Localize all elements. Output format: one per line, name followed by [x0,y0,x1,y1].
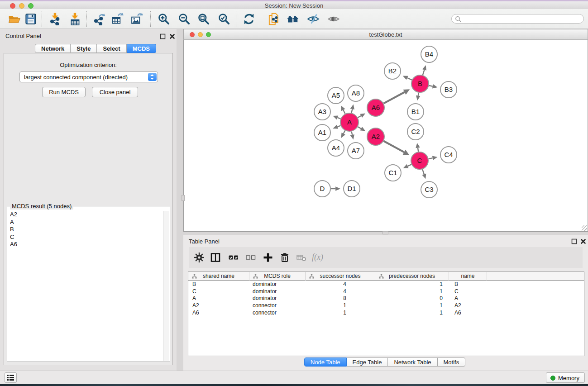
table-row[interactable]: C dominator 4 1 C [188,288,584,295]
zoom-in-button[interactable] [158,13,170,25]
graph-edge-A-A2[interactable] [358,127,361,129]
table-row[interactable]: A2 connector 1 1 A2 [188,302,584,310]
graph-node-label-A2: A2 [372,133,380,140]
cell-name: A [449,295,487,302]
zoom-in-icon [158,13,170,25]
close-panel-icon[interactable] [169,33,175,39]
table-close-panel-icon[interactable] [580,238,586,244]
export-image-button[interactable] [131,13,143,25]
table-float-panel-icon[interactable] [571,238,577,244]
graph-edge-A2-C[interactable] [384,141,404,152]
search-input[interactable] [464,15,581,23]
network-canvas[interactable]: A5A8A3A1A4A7AA6A2BB2B4B3B1C2CC4C1C3DD1 [183,40,588,232]
duplicate-network-button[interactable] [267,13,280,25]
open-session-button[interactable] [8,13,21,25]
show-log-button[interactable] [5,372,17,383]
bottom-divider-grip[interactable] [382,231,388,234]
graph-edge-C-C4[interactable] [429,158,433,159]
graph-edge-C-C3[interactable] [422,169,424,174]
graph-edge-B-B1[interactable] [418,93,419,96]
home-view-button[interactable] [287,13,299,25]
cell-successor-nodes: 1 [306,310,375,317]
graph-edge-arrowhead [416,95,420,100]
column-header-predecessor-nodes[interactable]: predecessor nodes [375,272,449,281]
tab-network-table[interactable]: Network Table [388,357,437,367]
graph-edge-C-C2[interactable] [418,148,418,152]
graph-edge-A-A5[interactable] [343,110,345,114]
criterion-dropdown[interactable]: largest connected component (directed) [19,71,158,82]
graph-node-label-A3: A3 [318,108,326,115]
delete-table-icon [296,252,307,263]
result-item[interactable]: A [10,219,163,226]
run-mcds-button[interactable]: Run MCDS [42,87,86,97]
tab-mcds[interactable]: MCDS [127,44,156,53]
result-item[interactable]: A2 [10,211,163,219]
column-settings-button[interactable] [194,252,205,263]
export-table-button[interactable] [111,13,124,25]
table-row[interactable]: B dominator 4 1 B [188,281,584,288]
tab-network[interactable]: Network [35,44,71,53]
float-panel-icon[interactable] [160,33,166,39]
select-all-rows-button[interactable] [228,252,239,263]
delete-column-button[interactable] [279,252,290,263]
zoom-selected-button[interactable] [218,13,230,25]
zoom-out-button[interactable] [178,13,191,25]
tab-node-table[interactable]: Node Table [304,357,347,367]
left-divider-grip[interactable] [182,195,185,201]
show-column-panel-button[interactable] [210,252,221,263]
save-session-button[interactable] [24,13,37,25]
trash-icon [279,252,290,263]
column-header-shared-name[interactable]: shared name [188,272,249,281]
tab-style[interactable]: Style [71,44,97,53]
refresh-view-button[interactable] [243,13,255,25]
graph-edge-A-A7[interactable] [352,131,353,134]
import-network-button[interactable] [49,13,62,25]
memory-button[interactable]: Memory [546,372,585,383]
result-scrollbar[interactable] [163,211,169,361]
plus-icon [263,252,273,263]
column-header-mcds-role[interactable]: MCDS role [249,272,306,281]
column-header-label: predecessor nodes [389,273,435,279]
export-network-button[interactable] [93,13,106,25]
graph-edge-A6-B[interactable] [384,92,405,104]
mcds-panel: Optimization criterion: largest connecte… [4,53,173,365]
tab-motifs[interactable]: Motifs [438,357,466,367]
table-row[interactable]: A dominator 8 0 A [188,295,584,302]
function-builder-button[interactable]: f(x) [312,253,323,262]
zoom-fit-button[interactable] [197,13,210,25]
show-graphics-details-button[interactable] [327,13,340,25]
graph-edge-A-A3[interactable] [338,118,341,119]
graph-edge-A-A4[interactable] [344,131,345,134]
table-row[interactable]: A6 connector 1 1 A6 [188,310,584,317]
network-graph: A5A8A3A1A4A7AA6A2BB2B4B3B1C2CC4C1C3DD1 [184,40,588,231]
graph-edge-B-B2[interactable] [407,78,412,80]
close-panel-button[interactable]: Close panel [92,87,138,97]
import-table-button[interactable] [69,13,81,25]
tab-edge-table[interactable]: Edge Table [347,357,388,367]
gear-icon [194,252,205,263]
cell-predecessor-nodes: 1 [375,281,449,288]
delete-table-button[interactable] [296,252,307,263]
import-network-icon [49,13,62,25]
graph-edge-A-A6[interactable] [358,116,361,118]
cell-name: A6 [449,310,487,317]
result-item[interactable]: C [10,234,163,241]
tab-select[interactable]: Select [97,44,126,53]
resize-corner-handle[interactable] [582,225,587,231]
table-panel-title: Table Panel [189,238,220,245]
dropdown-stepper-icon [148,73,157,81]
deselect-all-rows-button[interactable] [245,252,256,263]
graph-edge-C-C1[interactable] [408,164,411,166]
graph-edge-B-B3[interactable] [429,86,433,86]
graph-edge-A-A1[interactable] [338,126,341,127]
hide-graphics-details-button[interactable] [307,13,320,25]
result-item[interactable]: B [10,226,163,234]
graph-node-label-A4: A4 [332,144,340,152]
create-column-button[interactable] [263,252,273,263]
column-header-successor-nodes[interactable]: successor nodes [306,272,375,281]
graph-edge-A-A8[interactable] [351,109,352,113]
network-window-titlebar[interactable]: testGlobe.txt [183,29,588,40]
graph-edge-B-B4[interactable] [423,70,425,75]
column-header-name[interactable]: name [449,272,487,281]
result-item[interactable]: A6 [10,241,163,248]
